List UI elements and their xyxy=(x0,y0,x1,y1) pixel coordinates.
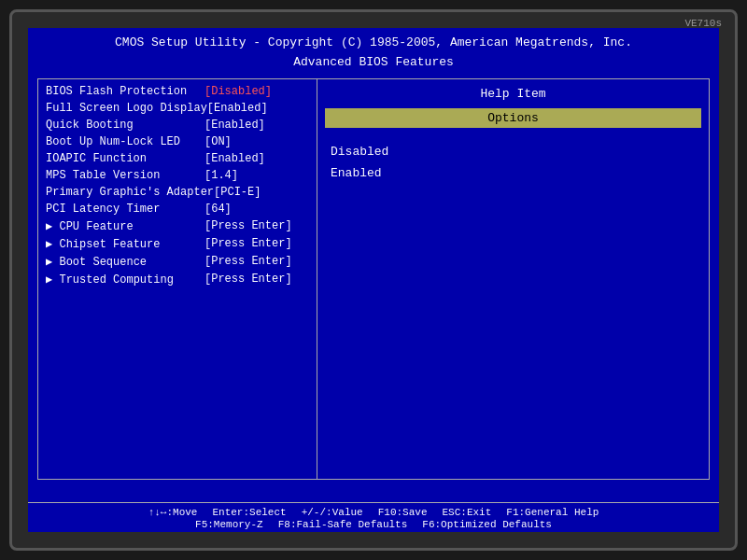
bios-label-9: Chipset Feature xyxy=(46,237,204,251)
bios-row-5[interactable]: MPS Table Version[1.4] xyxy=(46,167,309,184)
help-title: Help Item xyxy=(325,83,701,108)
bottom-bar: ↑↓↔:MoveEnter:Select+/-/:ValueF10:SaveES… xyxy=(28,502,719,532)
bottom-item-row2-0: F5:Memory-Z xyxy=(195,519,263,530)
help-options: DisabledEnabled xyxy=(325,137,701,189)
bios-row-8[interactable]: CPU Feature[Press Enter] xyxy=(46,217,309,235)
title-line2: Advanced BIOS Features xyxy=(28,53,719,73)
bottom-row2: F5:Memory-ZF8:Fail-Safe DefaultsF6:Optim… xyxy=(35,519,712,530)
bios-value-3: [ON] xyxy=(204,135,232,148)
bios-row-7[interactable]: PCI Latency Timer[64] xyxy=(46,201,309,217)
bios-row-10[interactable]: Boot Sequence[Press Enter] xyxy=(46,253,309,271)
bios-value-6: [PCI-E] xyxy=(214,186,261,199)
bottom-item-row1-5: F1:General Help xyxy=(506,507,599,518)
title-bar: CMOS Setup Utility - Copyright (C) 1985-… xyxy=(28,28,719,75)
bottom-item-row1-3: F10:Save xyxy=(378,507,428,518)
bios-row-11[interactable]: Trusted Computing[Press Enter] xyxy=(46,271,309,288)
bottom-item-row1-0: ↑↓↔:Move xyxy=(148,507,198,518)
bottom-item-row2-1: F8:Fail-Safe Defaults xyxy=(278,519,408,530)
right-panel: Help Item Options DisabledEnabled xyxy=(317,78,710,480)
bios-value-11: [Press Enter] xyxy=(204,273,292,286)
bios-label-10: Boot Sequence xyxy=(46,255,204,269)
bios-value-9: [Press Enter] xyxy=(204,237,292,250)
bios-label-5: MPS Table Version xyxy=(46,169,204,182)
bios-label-2: Quick Booting xyxy=(46,119,204,132)
bios-value-4: [Enabled] xyxy=(204,152,265,165)
bios-row-4[interactable]: IOAPIC Function[Enabled] xyxy=(46,150,309,167)
bios-row-2[interactable]: Quick Booting[Enabled] xyxy=(46,117,309,133)
bios-value-2: [Enabled] xyxy=(204,119,265,132)
bios-row-1[interactable]: Full Screen Logo Display[Enabled] xyxy=(46,100,309,117)
bios-row-6[interactable]: Primary Graphic's Adapter[PCI-E] xyxy=(46,184,309,201)
bios-label-11: Trusted Computing xyxy=(46,273,204,287)
bios-value-1: [Enabled] xyxy=(207,102,268,115)
bios-value-10: [Press Enter] xyxy=(204,255,292,268)
bios-screen: CMOS Setup Utility - Copyright (C) 1985-… xyxy=(28,28,719,532)
bottom-item-row2-2: F6:Optimized Defaults xyxy=(422,519,552,530)
bios-label-4: IOAPIC Function xyxy=(46,152,204,165)
bios-label-3: Boot Up Num-Lock LED xyxy=(46,135,204,148)
bios-value-0: [Disabled] xyxy=(204,85,272,98)
bios-value-7: [64] xyxy=(204,203,232,216)
bios-row-0[interactable]: BIOS Flash Protection[Disabled] xyxy=(46,83,309,100)
bios-value-5: [1.4] xyxy=(204,169,238,182)
bottom-item-row1-4: ESC:Exit xyxy=(443,507,492,518)
monitor-frame: VE710s CMOS Setup Utility - Copyright (C… xyxy=(9,9,738,551)
bottom-item-row1-1: Enter:Select xyxy=(212,507,286,518)
bios-value-8: [Press Enter] xyxy=(204,219,292,232)
title-line1: CMOS Setup Utility - Copyright (C) 1985-… xyxy=(28,34,719,53)
left-panel: BIOS Flash Protection[Disabled]Full Scre… xyxy=(37,78,317,480)
bios-label-0: BIOS Flash Protection xyxy=(46,85,204,98)
bios-row-9[interactable]: Chipset Feature[Press Enter] xyxy=(46,235,309,253)
options-box: Options xyxy=(325,108,701,128)
option-item-1: Enabled xyxy=(331,162,696,184)
option-item-0: Disabled xyxy=(331,141,696,162)
bios-label-7: PCI Latency Timer xyxy=(46,203,204,216)
bios-label-1: Full Screen Logo Display xyxy=(46,102,207,115)
bios-row-3[interactable]: Boot Up Num-Lock LED[ON] xyxy=(46,133,309,150)
bottom-row1: ↑↓↔:MoveEnter:Select+/-/:ValueF10:SaveES… xyxy=(35,507,712,518)
bios-label-6: Primary Graphic's Adapter xyxy=(46,186,214,199)
bios-label-8: CPU Feature xyxy=(46,219,204,233)
bottom-item-row1-2: +/-/:Value xyxy=(302,507,363,518)
main-content: BIOS Flash Protection[Disabled]Full Scre… xyxy=(37,78,710,480)
